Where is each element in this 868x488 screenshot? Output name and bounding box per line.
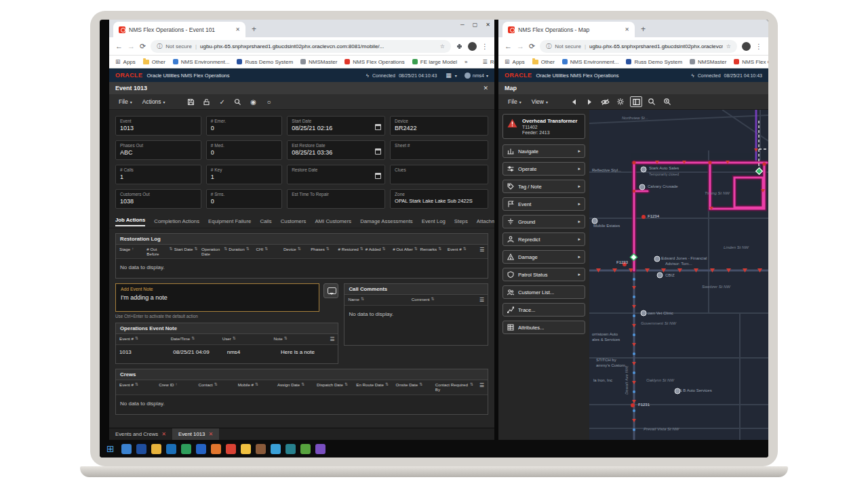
- column-header[interactable]: Operation Date⇅: [201, 247, 229, 256]
- field-sheet[interactable]: Sheet #: [390, 140, 488, 160]
- workspace-tab-events-crews[interactable]: Events and Crews✕: [109, 428, 172, 440]
- back-icon[interactable]: ←: [505, 42, 512, 50]
- new-tab-button[interactable]: +: [252, 24, 256, 34]
- calendar-icon[interactable]: [375, 148, 381, 155]
- column-header[interactable]: Event #⇅: [448, 247, 475, 251]
- tab-close-icon[interactable]: ✕: [208, 431, 213, 437]
- minimize-button[interactable]: ─: [460, 22, 465, 28]
- column-header[interactable]: Event #⇅: [119, 382, 159, 387]
- field-event[interactable]: Event1013: [115, 116, 201, 136]
- browser-tab-event[interactable]: NMS Flex Operations - Event 101 ✕: [113, 22, 245, 37]
- map-settings-gear-icon[interactable]: [614, 96, 627, 107]
- url-omnibox[interactable]: ⓘ Not secure | ugbu-phx-65.snphxprshared…: [151, 40, 451, 53]
- apps-shortcut[interactable]: ⊞Apps: [115, 58, 136, 65]
- column-header[interactable]: Date/Time⇅: [171, 336, 222, 341]
- column-header[interactable]: Dispatch Date⇅: [317, 382, 356, 387]
- field-srns[interactable]: # Srns.0: [206, 189, 282, 209]
- column-header[interactable]: Onsite Date⇅: [396, 382, 435, 387]
- field-med[interactable]: # Med.0: [206, 140, 282, 160]
- profile-avatar[interactable]: [742, 42, 751, 51]
- info-icon[interactable]: ⓘ: [546, 43, 551, 50]
- column-header[interactable]: # Out Before⇅: [146, 247, 174, 256]
- bookmark-item[interactable]: FE large Model: [412, 59, 457, 65]
- reading-list-button[interactable]: ☰Reading list: [482, 59, 494, 65]
- tab-ami-customers[interactable]: AMI Customers: [315, 218, 351, 224]
- bookmark-star-icon[interactable]: ☆: [440, 43, 445, 49]
- taskbar-app-icon[interactable]: [196, 444, 206, 454]
- new-tab-button[interactable]: +: [641, 24, 646, 34]
- start-button[interactable]: [106, 444, 117, 454]
- tab-steps[interactable]: Steps: [454, 218, 468, 224]
- event-button[interactable]: Event▸: [502, 197, 585, 211]
- column-header[interactable]: Device⇅: [283, 247, 311, 251]
- record-icon[interactable]: ◉: [248, 96, 260, 107]
- tab-close-icon[interactable]: ✕: [161, 431, 166, 437]
- bookmark-item[interactable]: NMSMaster: [690, 59, 726, 65]
- ring-icon[interactable]: ○: [263, 96, 275, 107]
- operate-button[interactable]: Operate▸: [502, 162, 585, 176]
- apps-shortcut[interactable]: ⊞Apps: [505, 58, 525, 65]
- taskbar-app-icon[interactable]: [241, 444, 251, 454]
- view-menu[interactable]: View▾: [528, 98, 551, 105]
- ops-note-row[interactable]: 1013 08/25/21 04:09 nms4 Here is a note: [116, 345, 338, 363]
- customer-list-button[interactable]: Customer List...: [502, 285, 585, 299]
- bookmarks-overflow-icon[interactable]: »: [465, 59, 467, 65]
- add-event-note-input[interactable]: Add Event Note I'm adding a note: [115, 283, 319, 312]
- column-header[interactable]: # Out After⇅: [393, 247, 420, 251]
- attributes-button[interactable]: Attributes...: [502, 321, 585, 334]
- zoom-in-icon[interactable]: [661, 96, 673, 107]
- file-menu[interactable]: File▾: [115, 98, 136, 105]
- tab-damage-assessments[interactable]: Damage Assessments: [360, 218, 413, 224]
- calendar-icon[interactable]: [375, 173, 381, 179]
- column-header[interactable]: User⇅: [222, 336, 274, 341]
- taskbar-app-icon[interactable]: [211, 444, 221, 454]
- forward-icon[interactable]: →: [517, 42, 524, 50]
- taskbar-app-icon[interactable]: [285, 444, 296, 454]
- bookmark-item[interactable]: NMS Environment...: [562, 59, 619, 65]
- tab-job-actions[interactable]: Job Actions: [115, 217, 145, 226]
- workspace-tab-event-1013[interactable]: Event 1013✕: [172, 428, 219, 440]
- taskbar-app-icon[interactable]: [136, 444, 146, 454]
- bookmark-item-other[interactable]: Other: [532, 59, 555, 65]
- tab-close-icon[interactable]: ✕: [235, 26, 240, 33]
- column-header[interactable]: Mobile #⇅: [238, 382, 277, 387]
- complete-check-icon[interactable]: ✓: [216, 96, 229, 107]
- column-header[interactable]: Event #⇅: [119, 336, 171, 341]
- column-header[interactable]: Stage↑: [119, 247, 146, 251]
- reload-icon[interactable]: ⟳: [140, 42, 146, 51]
- table-settings-icon[interactable]: ☰: [475, 297, 484, 303]
- column-header[interactable]: Duration⇅: [229, 247, 256, 251]
- field-device[interactable]: DeviceBR2422: [390, 116, 488, 136]
- tab-equipment-failure[interactable]: Equipment Failure: [208, 218, 251, 224]
- field-zone[interactable]: ZoneOPAL Stark Lake Lake Sub 2422S: [390, 189, 488, 209]
- bookmark-item[interactable]: Russ Demo System: [626, 59, 682, 65]
- table-settings-icon[interactable]: ☰: [475, 382, 484, 388]
- taskbar-app-icon[interactable]: [315, 444, 326, 454]
- column-header[interactable]: # Restored⇅: [338, 247, 366, 251]
- tab-calls[interactable]: Calls: [260, 218, 271, 224]
- browser-tab-map[interactable]: NMS Flex Operations - Map ✕: [502, 22, 635, 37]
- taskbar-app-icon[interactable]: [226, 444, 236, 454]
- close-button[interactable]: ✕: [486, 22, 490, 28]
- ground-button[interactable]: Ground▸: [502, 215, 585, 228]
- unlock-icon[interactable]: [201, 96, 213, 107]
- taskbar-app-icon[interactable]: [121, 444, 132, 454]
- field-est-restore-date[interactable]: Est Restore Date08/25/21 03:36: [287, 140, 385, 160]
- column-header[interactable]: Phases⇅: [311, 247, 338, 251]
- tag-note-button[interactable]: Tag / Note▸: [502, 180, 585, 193]
- tab-close-icon[interactable]: ✕: [625, 26, 629, 33]
- column-header[interactable]: En Route Date⇅: [356, 382, 395, 387]
- column-header[interactable]: # Added⇅: [366, 247, 393, 251]
- back-icon[interactable]: ←: [115, 42, 123, 50]
- column-header[interactable]: Contact Required By⇅: [435, 382, 475, 392]
- damage-button[interactable]: Damage▸: [502, 250, 585, 264]
- column-header[interactable]: Start Date⇅: [174, 247, 201, 251]
- navigate-button[interactable]: Navigate▸: [502, 144, 585, 158]
- save-icon[interactable]: [185, 96, 197, 107]
- column-header[interactable]: Assign Date⇅: [277, 382, 317, 387]
- column-header[interactable]: Crew ID↑: [159, 382, 198, 387]
- maximize-button[interactable]: ▢: [473, 22, 478, 28]
- tab-completion-actions[interactable]: Completion Actions: [154, 218, 199, 224]
- tab-attachments[interactable]: Attachments: [477, 218, 494, 224]
- info-icon[interactable]: ⓘ: [157, 43, 162, 50]
